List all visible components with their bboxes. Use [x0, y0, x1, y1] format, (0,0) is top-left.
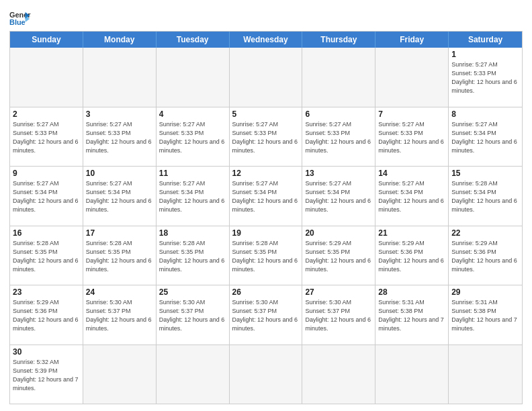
calendar-cell: 4Sunrise: 5:27 AM Sunset: 5:33 PM Daylig…	[157, 107, 230, 167]
weekday-header-sunday: Sunday	[10, 32, 83, 48]
day-number: 1	[451, 50, 519, 59]
calendar-cell: 18Sunrise: 5:28 AM Sunset: 5:35 PM Dayli…	[157, 226, 230, 285]
day-info: Sunrise: 5:27 AM Sunset: 5:34 PM Dayligh…	[232, 179, 300, 214]
day-info: Sunrise: 5:29 AM Sunset: 5:36 PM Dayligh…	[13, 298, 80, 333]
calendar-cell	[375, 345, 449, 404]
day-number: 13	[305, 169, 372, 178]
day-number: 11	[159, 169, 226, 178]
day-number: 18	[159, 228, 226, 238]
weekday-header-wednesday: Wednesday	[230, 32, 303, 48]
day-info: Sunrise: 5:27 AM Sunset: 5:34 PM Dayligh…	[13, 179, 80, 214]
day-info: Sunrise: 5:27 AM Sunset: 5:33 PM Dayligh…	[232, 120, 300, 155]
calendar-cell	[83, 48, 157, 107]
calendar-cell	[157, 48, 230, 107]
day-number: 9	[13, 169, 80, 178]
svg-text:Blue: Blue	[9, 18, 26, 26]
day-info: Sunrise: 5:27 AM Sunset: 5:34 PM Dayligh…	[86, 179, 153, 214]
day-number: 7	[378, 109, 445, 119]
weekday-header-tuesday: Tuesday	[157, 32, 230, 48]
day-number: 2	[13, 109, 80, 119]
day-info: Sunrise: 5:27 AM Sunset: 5:33 PM Dayligh…	[86, 120, 153, 155]
day-number: 19	[232, 228, 300, 238]
calendar-cell: 19Sunrise: 5:28 AM Sunset: 5:35 PM Dayli…	[230, 226, 303, 285]
day-info: Sunrise: 5:27 AM Sunset: 5:34 PM Dayligh…	[378, 179, 445, 214]
calendar-cell	[230, 48, 303, 107]
day-number: 20	[305, 228, 372, 238]
day-number: 12	[232, 169, 300, 178]
calendar-cell: 25Sunrise: 5:30 AM Sunset: 5:37 PM Dayli…	[157, 285, 230, 345]
day-number: 17	[86, 228, 153, 238]
day-number: 29	[451, 287, 519, 297]
calendar-cell: 9Sunrise: 5:27 AM Sunset: 5:34 PM Daylig…	[10, 167, 83, 226]
day-info: Sunrise: 5:32 AM Sunset: 5:39 PM Dayligh…	[13, 358, 80, 393]
day-info: Sunrise: 5:28 AM Sunset: 5:35 PM Dayligh…	[13, 239, 80, 274]
day-number: 26	[232, 287, 300, 297]
day-info: Sunrise: 5:29 AM Sunset: 5:36 PM Dayligh…	[378, 239, 445, 274]
calendar-row-1: 1Sunrise: 5:27 AM Sunset: 5:33 PM Daylig…	[10, 48, 522, 107]
calendar-cell: 28Sunrise: 5:31 AM Sunset: 5:38 PM Dayli…	[375, 285, 449, 345]
day-info: Sunrise: 5:28 AM Sunset: 5:35 PM Dayligh…	[232, 239, 300, 274]
day-info: Sunrise: 5:27 AM Sunset: 5:34 PM Dayligh…	[451, 120, 519, 155]
day-number: 10	[86, 169, 153, 178]
calendar-cell: 30Sunrise: 5:32 AM Sunset: 5:39 PM Dayli…	[10, 345, 83, 404]
day-number: 22	[451, 228, 519, 238]
day-number: 15	[451, 169, 519, 178]
calendar-cell	[230, 345, 303, 404]
calendar-cell	[375, 48, 449, 107]
calendar-cell: 6Sunrise: 5:27 AM Sunset: 5:33 PM Daylig…	[302, 107, 375, 167]
day-info: Sunrise: 5:27 AM Sunset: 5:34 PM Dayligh…	[305, 179, 372, 214]
day-info: Sunrise: 5:31 AM Sunset: 5:38 PM Dayligh…	[378, 298, 445, 333]
calendar-body: 1Sunrise: 5:27 AM Sunset: 5:33 PM Daylig…	[10, 48, 522, 404]
calendar-row-4: 16Sunrise: 5:28 AM Sunset: 5:35 PM Dayli…	[10, 226, 522, 286]
day-number: 4	[159, 109, 226, 119]
calendar-header: SundayMondayTuesdayWednesdayThursdayFrid…	[10, 32, 522, 48]
calendar-cell: 3Sunrise: 5:27 AM Sunset: 5:33 PM Daylig…	[83, 107, 157, 167]
calendar-cell: 11Sunrise: 5:27 AM Sunset: 5:34 PM Dayli…	[157, 167, 230, 226]
day-number: 25	[159, 287, 226, 297]
page: General Blue SundayMondayTuesdayWednesda…	[0, 0, 532, 411]
day-info: Sunrise: 5:30 AM Sunset: 5:37 PM Dayligh…	[232, 298, 300, 333]
calendar-cell: 15Sunrise: 5:28 AM Sunset: 5:34 PM Dayli…	[449, 167, 522, 226]
day-number: 24	[86, 287, 153, 297]
day-info: Sunrise: 5:27 AM Sunset: 5:33 PM Dayligh…	[451, 60, 519, 95]
day-info: Sunrise: 5:29 AM Sunset: 5:35 PM Dayligh…	[305, 239, 372, 274]
day-number: 23	[13, 287, 80, 297]
day-number: 8	[451, 109, 519, 119]
header: General Blue	[9, 7, 523, 28]
calendar-cell: 5Sunrise: 5:27 AM Sunset: 5:33 PM Daylig…	[230, 107, 303, 167]
calendar-cell: 21Sunrise: 5:29 AM Sunset: 5:36 PM Dayli…	[375, 226, 449, 285]
day-info: Sunrise: 5:28 AM Sunset: 5:35 PM Dayligh…	[159, 239, 226, 274]
day-info: Sunrise: 5:27 AM Sunset: 5:33 PM Dayligh…	[378, 120, 445, 155]
calendar: SundayMondayTuesdayWednesdayThursdayFrid…	[9, 31, 523, 404]
day-number: 14	[378, 169, 445, 178]
calendar-cell: 2Sunrise: 5:27 AM Sunset: 5:33 PM Daylig…	[10, 107, 83, 167]
weekday-header-monday: Monday	[83, 32, 157, 48]
calendar-cell: 14Sunrise: 5:27 AM Sunset: 5:34 PM Dayli…	[375, 167, 449, 226]
calendar-cell	[449, 345, 522, 404]
calendar-cell	[83, 345, 157, 404]
day-info: Sunrise: 5:30 AM Sunset: 5:37 PM Dayligh…	[305, 298, 372, 333]
day-info: Sunrise: 5:28 AM Sunset: 5:34 PM Dayligh…	[451, 179, 519, 214]
calendar-cell	[157, 345, 230, 404]
calendar-cell: 7Sunrise: 5:27 AM Sunset: 5:33 PM Daylig…	[375, 107, 449, 167]
day-number: 21	[378, 228, 445, 238]
calendar-cell	[10, 48, 83, 107]
day-number: 30	[13, 347, 80, 357]
day-number: 5	[232, 109, 300, 119]
day-info: Sunrise: 5:27 AM Sunset: 5:33 PM Dayligh…	[305, 120, 372, 155]
calendar-cell	[302, 345, 375, 404]
day-number: 6	[305, 109, 372, 119]
day-number: 16	[13, 228, 80, 238]
calendar-cell: 10Sunrise: 5:27 AM Sunset: 5:34 PM Dayli…	[83, 167, 157, 226]
calendar-cell: 17Sunrise: 5:28 AM Sunset: 5:35 PM Dayli…	[83, 226, 157, 285]
day-number: 3	[86, 109, 153, 119]
day-info: Sunrise: 5:31 AM Sunset: 5:38 PM Dayligh…	[451, 298, 519, 333]
calendar-row-3: 9Sunrise: 5:27 AM Sunset: 5:34 PM Daylig…	[10, 167, 522, 226]
logo: General Blue	[9, 7, 31, 28]
calendar-cell: 1Sunrise: 5:27 AM Sunset: 5:33 PM Daylig…	[449, 48, 522, 107]
weekday-header-saturday: Saturday	[449, 32, 522, 48]
calendar-cell: 29Sunrise: 5:31 AM Sunset: 5:38 PM Dayli…	[449, 285, 522, 345]
calendar-cell: 20Sunrise: 5:29 AM Sunset: 5:35 PM Dayli…	[302, 226, 375, 285]
calendar-row-5: 23Sunrise: 5:29 AM Sunset: 5:36 PM Dayli…	[10, 285, 522, 345]
calendar-cell: 27Sunrise: 5:30 AM Sunset: 5:37 PM Dayli…	[302, 285, 375, 345]
